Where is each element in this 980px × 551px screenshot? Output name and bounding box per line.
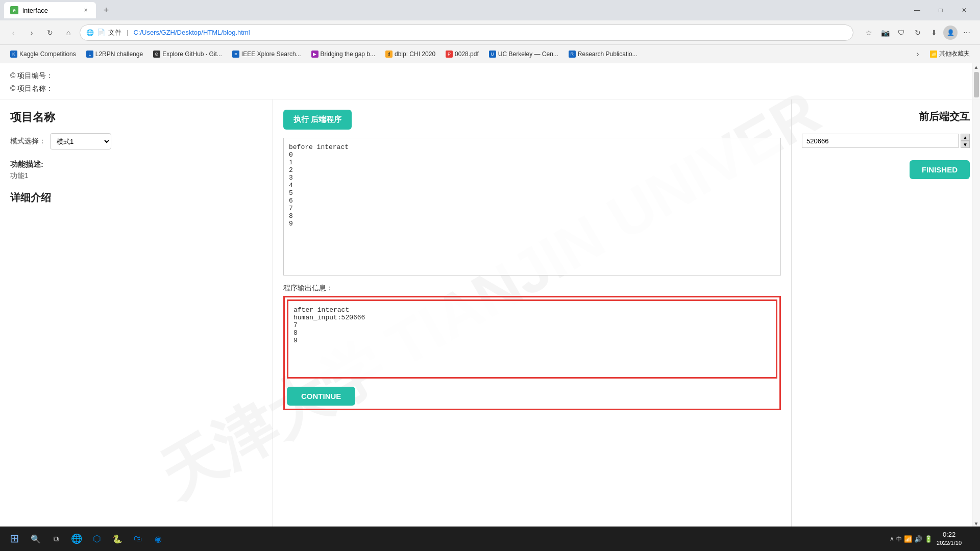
- bookmark-bridging[interactable]: ▶ Bridging the gap b...: [307, 48, 379, 60]
- store-icon: 🛍: [134, 534, 142, 543]
- address-path: C:/Users/GZH/Desktop/HTML/blog.html: [133, 29, 250, 36]
- page-body: 天津大学 TIANJIN UNIVER © 项目编号： © 项目名称： 项目名称…: [0, 63, 980, 527]
- address-input[interactable]: 🌐 📄 文件 | C:/Users/GZH/Desktop/HTML/blog.…: [80, 24, 853, 41]
- screenshot-icon[interactable]: 📷: [878, 26, 892, 40]
- kaggle-favicon: K: [10, 51, 17, 58]
- scroll-arrows: ▲ ▼: [961, 134, 970, 148]
- edge-icon: 🌐: [86, 29, 94, 36]
- shield-icon[interactable]: 🛡: [894, 26, 909, 40]
- start-button[interactable]: ⊞: [4, 529, 24, 549]
- edge2-taskbar[interactable]: ◉: [149, 530, 167, 548]
- download-icon[interactable]: ⬇: [927, 26, 941, 40]
- refresh-button[interactable]: ↻: [43, 26, 57, 40]
- new-tab-button[interactable]: +: [98, 2, 114, 18]
- sys-icons: ∧ 中 📶 🔊 🔋: [890, 535, 933, 543]
- pdf-label: 0028.pdf: [455, 51, 479, 58]
- ieee-favicon: ≡: [232, 51, 239, 58]
- tab-close-button[interactable]: ×: [82, 6, 90, 14]
- home-button[interactable]: ⌂: [61, 26, 76, 40]
- close-button[interactable]: ✕: [952, 0, 976, 20]
- tab-favicon: e: [10, 6, 18, 14]
- post-output-box[interactable]: [287, 299, 777, 379]
- func-title: 功能描述:: [10, 160, 262, 169]
- python-icon: 🐍: [112, 534, 122, 544]
- time-display: 0:22: [937, 530, 962, 539]
- func-content: 功能1: [10, 171, 262, 181]
- bookmark-pdf[interactable]: P 0028.pdf: [442, 48, 483, 60]
- wifi-icon[interactable]: 📶: [904, 535, 912, 543]
- show-desktop-button[interactable]: [966, 529, 970, 549]
- bookmark-kaggle[interactable]: K Kaggle Competitions: [6, 48, 80, 60]
- file-label: 文件: [108, 28, 121, 37]
- input-field-row: ▲ ▼: [802, 134, 970, 148]
- bridging-label: Bridging the gap b...: [321, 51, 375, 58]
- battery-icon[interactable]: 🔋: [924, 535, 933, 543]
- main-layout: 项目名称 模式选择： 模式1 模式2 模式3 功能描述: 功能1 详细介绍 执行…: [0, 99, 980, 527]
- copyright-line1: © 项目编号：: [10, 69, 970, 82]
- system-tray: ∧ 中 📶 🔊 🔋 0:22 2022/1/10: [884, 529, 976, 549]
- edge-icon-taskbar: 🌐: [71, 533, 82, 544]
- scroll-up-arrow[interactable]: ▲: [961, 134, 970, 141]
- back-button[interactable]: ‹: [6, 26, 20, 40]
- volume-icon[interactable]: 🔊: [914, 535, 922, 543]
- minimize-button[interactable]: —: [905, 0, 929, 20]
- date-display: 2022/1/10: [937, 539, 962, 547]
- copyright-line2: © 项目名称：: [10, 82, 970, 95]
- l2rpn-label: L2RPN challenge: [95, 51, 143, 58]
- pre-output-box[interactable]: [283, 138, 781, 276]
- folder-icon: 📁: [930, 51, 937, 58]
- dblp-label: dblp: CHI 2020: [395, 51, 435, 58]
- detail-title: 详细介绍: [10, 191, 262, 205]
- active-tab[interactable]: e interface ×: [4, 2, 96, 18]
- human-input-field[interactable]: [802, 134, 959, 148]
- forward-button[interactable]: ›: [24, 26, 39, 40]
- bookmark-l2rpn[interactable]: L L2RPN challenge: [82, 48, 147, 60]
- continue-button[interactable]: CONTINUE: [287, 387, 355, 406]
- red-border-container: CONTINUE: [283, 296, 781, 410]
- exec-backend-button[interactable]: 执行 后端程序: [283, 110, 352, 130]
- file-icon: 📄: [97, 29, 105, 36]
- refresh-page-icon[interactable]: ↻: [911, 26, 925, 40]
- profile-avatar[interactable]: 👤: [943, 26, 958, 40]
- tab-bar: e interface × + — □ ✕: [0, 0, 980, 20]
- bookmark-github[interactable]: ⊙ Explore GitHub · Git...: [149, 48, 226, 60]
- bookmarks-bar: K Kaggle Competitions L L2RPN challenge …: [0, 45, 980, 63]
- chevron-up-icon[interactable]: ∧: [890, 535, 894, 542]
- github-label: Explore GitHub · Git...: [162, 51, 222, 58]
- mode-select-row: 模式选择： 模式1 模式2 模式3: [10, 133, 262, 149]
- taskbar: ⊞ 🔍 ⧉ 🌐 ⬡ 🐍 🛍 ◉ ∧ 中 📶 🔊 🔋 0:22 2022/1/10: [0, 527, 980, 551]
- tab-title: interface: [22, 7, 78, 14]
- taskview-icon: ⧉: [54, 535, 59, 543]
- bookmark-research[interactable]: R Research Publicatio...: [565, 48, 642, 60]
- bookmark-ieee[interactable]: ≡ IEEE Xplore Search...: [228, 48, 305, 60]
- python-taskbar[interactable]: 🐍: [108, 530, 127, 548]
- taskview-button[interactable]: ⧉: [47, 530, 65, 548]
- bookmark-folder[interactable]: 📁 其他收藏夹: [926, 47, 974, 60]
- store-taskbar[interactable]: 🛍: [129, 530, 147, 548]
- ieee-label: IEEE Xplore Search...: [241, 51, 301, 58]
- left-panel: 项目名称 模式选择： 模式1 模式2 模式3 功能描述: 功能1 详细介绍: [0, 99, 273, 527]
- bookmark-ucb[interactable]: U UC Berkeley — Cen...: [485, 48, 562, 60]
- more-options-icon[interactable]: ⋯: [960, 26, 974, 40]
- more-bookmarks-button[interactable]: ›: [912, 48, 924, 60]
- lang-icon[interactable]: 中: [896, 535, 902, 543]
- kaggle-label: Kaggle Competitions: [19, 51, 76, 58]
- maximize-button[interactable]: □: [929, 0, 952, 20]
- finished-button[interactable]: FINISHED: [910, 160, 970, 179]
- ucb-label: UC Berkeley — Cen...: [498, 51, 558, 58]
- l2rpn-favicon: L: [86, 51, 93, 58]
- clock[interactable]: 0:22 2022/1/10: [937, 530, 962, 547]
- pdf-favicon: P: [446, 51, 453, 58]
- mode-select[interactable]: 模式1 模式2 模式3: [50, 133, 111, 149]
- dblp-favicon: d: [385, 51, 393, 58]
- edge-taskbar[interactable]: 🌐: [67, 530, 86, 548]
- window-controls: — □ ✕: [905, 0, 976, 20]
- bookmark-dblp[interactable]: d dblp: CHI 2020: [381, 48, 439, 60]
- search-taskbar-button[interactable]: 🔍: [27, 530, 45, 548]
- vscode-taskbar[interactable]: ⬡: [88, 530, 106, 548]
- favorites-icon[interactable]: ☆: [862, 26, 876, 40]
- scroll-down-arrow[interactable]: ▼: [961, 141, 970, 148]
- bridging-favicon: ▶: [311, 51, 318, 58]
- search-taskbar-icon: 🔍: [31, 534, 41, 544]
- center-panel: 执行 后端程序 程序输出信息： CONTINUE: [273, 99, 791, 527]
